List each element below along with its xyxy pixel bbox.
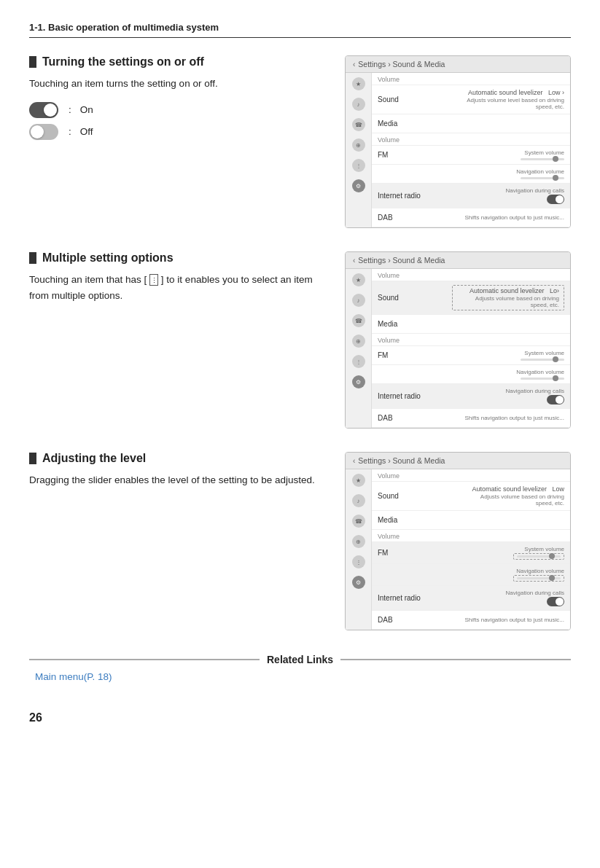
section-multiple-desc: Touching an item that has [ ⋮ ] to it en… (29, 272, 327, 303)
sidebar-icon-5: ⋮ (352, 159, 365, 172)
section-level-mockup: ‹ Settings › Sound & Media ★ ♪ ☎ ⊕ ⋮ ⚙ V… (345, 452, 571, 630)
mockup-item-media: Media (372, 114, 570, 133)
mockup-2-item-fm: FM System volume (372, 346, 570, 365)
sidebar-2-icon-1: ★ (352, 273, 365, 286)
mockup-3-item-sound: Sound Automatic sound levelizer Low Adju… (372, 482, 570, 511)
header-title: 1-1. Basic operation of multimedia syste… (29, 22, 219, 33)
section-on-off: Turning the settings on or off Touching … (29, 55, 571, 228)
mockup-1-sidebar: ★ ♪ ☎ ⊕ ⋮ ⚙ (346, 73, 372, 227)
toggle-on-switch[interactable] (29, 102, 58, 118)
sidebar-2-icon-3: ☎ (352, 314, 365, 327)
mockup-1-body: ★ ♪ ☎ ⊕ ⋮ ⚙ Volume Sound Automatic sound… (346, 73, 570, 227)
section-multiple: Multiple setting options Touching an ite… (29, 251, 571, 429)
sidebar-3-icon-6: ⚙ (352, 576, 365, 589)
mockup-1-header: ‹ Settings › Sound & Media (346, 56, 570, 73)
mockup-3-content: Volume Sound Automatic sound levelizer L… (372, 469, 570, 630)
mockup-2-item-sound: Sound Automatic sound levelizer Lo› Adju… (372, 281, 570, 315)
mockup-3-item-media: Media (372, 511, 570, 530)
related-links-section: Related Links Main menu(P. 18) (29, 654, 571, 682)
mockup-2-body: ★ ♪ ☎ ⊕ ⋮ ⚙ Volume Sound Automatic sound… (346, 269, 570, 428)
section-level: Adjusting the level Dragging the slider … (29, 452, 571, 630)
mockup-item-fm: FM System volume (372, 146, 570, 165)
toggle-on-row: : On (29, 102, 327, 118)
sidebar-icon-3: ☎ (352, 118, 365, 131)
mockup-3-sidebar: ★ ♪ ☎ ⊕ ⋮ ⚙ (346, 469, 372, 630)
sidebar-3-icon-3: ☎ (352, 515, 365, 528)
mockup-2-item-nav-vol: Navigation volume (372, 365, 570, 384)
sidebar-icon-1: ★ (352, 77, 365, 90)
toggle-off-row: : Off (29, 124, 327, 140)
sidebar-3-icon-4: ⊕ (352, 535, 365, 548)
section-on-off-desc: Touching an item turns the setting on or… (29, 76, 327, 92)
sidebar-2-icon-5: ⋮ (352, 355, 365, 368)
mockup-3-item-nav-vol: Navigation volume (372, 564, 570, 586)
section-on-off-mockup: ‹ Settings › Sound & Media ★ ♪ ☎ ⊕ ⋮ ⚙ V… (345, 55, 571, 228)
sidebar-2-icon-4: ⊕ (352, 335, 365, 348)
page-number: 26 (29, 711, 571, 724)
mockup-2-item-internet-radio: Internet radio Navigation during calls (372, 384, 570, 409)
related-links-label: Related Links (260, 654, 340, 665)
title-bar-icon (29, 56, 36, 68)
related-links-line-left (29, 659, 260, 660)
title-bar-icon-2 (29, 252, 36, 264)
section-level-title: Adjusting the level (29, 452, 327, 465)
section-multiple-left: Multiple setting options Touching an ite… (29, 251, 327, 429)
section-on-off-title: Turning the settings on or off (29, 55, 327, 69)
related-links-line-right (340, 659, 571, 660)
section-level-title-text: Adjusting the level (42, 452, 146, 465)
mockup-3-item-dab: DAB Shifts navigation output to just mus… (372, 611, 570, 630)
mockup-2-item-dab: DAB Shifts navigation output to just mus… (372, 409, 570, 428)
sidebar-icon-2: ♪ (352, 98, 365, 111)
mockup-1-content: Volume Sound Automatic sound levelizer L… (372, 73, 570, 227)
mockup-3-header: ‹ Settings › Sound & Media (346, 453, 570, 469)
sidebar-2-icon-2: ♪ (352, 294, 365, 307)
mockup-item-nav-vol: Navigation volume (372, 165, 570, 184)
mockup-item-sound: Sound Automatic sound levelizer Low › Ad… (372, 85, 570, 114)
sidebar-icon-4: ⊕ (352, 138, 365, 152)
section-on-off-left: Turning the settings on or off Touching … (29, 55, 327, 228)
toggle-on-label: On (80, 104, 93, 115)
sidebar-3-icon-1: ★ (352, 474, 365, 487)
mockup-3-item-internet-radio: Internet radio Navigation during calls (372, 586, 570, 611)
mockup-3-item-fm: FM System volume (372, 542, 570, 564)
section-multiple-title-text: Multiple setting options (42, 251, 174, 265)
sidebar-3-icon-2: ♪ (352, 494, 365, 507)
section-level-left: Adjusting the level Dragging the slider … (29, 452, 327, 630)
related-link-main-menu[interactable]: Main menu(P. 18) (35, 671, 571, 682)
mockup-2-sidebar: ★ ♪ ☎ ⊕ ⋮ ⚙ (346, 269, 372, 428)
mockup-2-header: ‹ Settings › Sound & Media (346, 252, 570, 269)
section-on-off-title-text: Turning the settings on or off (42, 55, 204, 69)
page-header: 1-1. Basic operation of multimedia syste… (29, 22, 571, 38)
sidebar-3-icon-5: ⋮ (352, 555, 365, 568)
mockup-3-body: ★ ♪ ☎ ⊕ ⋮ ⚙ Volume Sound Automatic sound… (346, 469, 570, 630)
section-level-desc: Dragging the slider enables the level of… (29, 472, 327, 488)
mockup-1: ‹ Settings › Sound & Media ★ ♪ ☎ ⊕ ⋮ ⚙ V… (345, 55, 571, 228)
mockup-2-item-media: Media (372, 315, 570, 334)
mockup-2: ‹ Settings › Sound & Media ★ ♪ ☎ ⊕ ⋮ ⚙ V… (345, 251, 571, 429)
title-bar-icon-3 (29, 453, 36, 464)
toggle-off-label: Off (80, 126, 93, 137)
section-multiple-mockup: ‹ Settings › Sound & Media ★ ♪ ☎ ⊕ ⋮ ⚙ V… (345, 251, 571, 429)
section-multiple-title: Multiple setting options (29, 251, 327, 265)
toggle-off-switch[interactable] (29, 124, 58, 140)
mockup-item-dab: DAB Shifts navigation output to just mus… (372, 208, 570, 227)
mockup-2-content: Volume Sound Automatic sound levelizer L… (372, 269, 570, 428)
sidebar-icon-6: ⚙ (352, 179, 365, 192)
mockup-3: ‹ Settings › Sound & Media ★ ♪ ☎ ⊕ ⋮ ⚙ V… (345, 452, 571, 630)
mockup-item-internet-radio: Internet radio Navigation during calls (372, 184, 570, 208)
sidebar-2-icon-6: ⚙ (352, 375, 365, 388)
